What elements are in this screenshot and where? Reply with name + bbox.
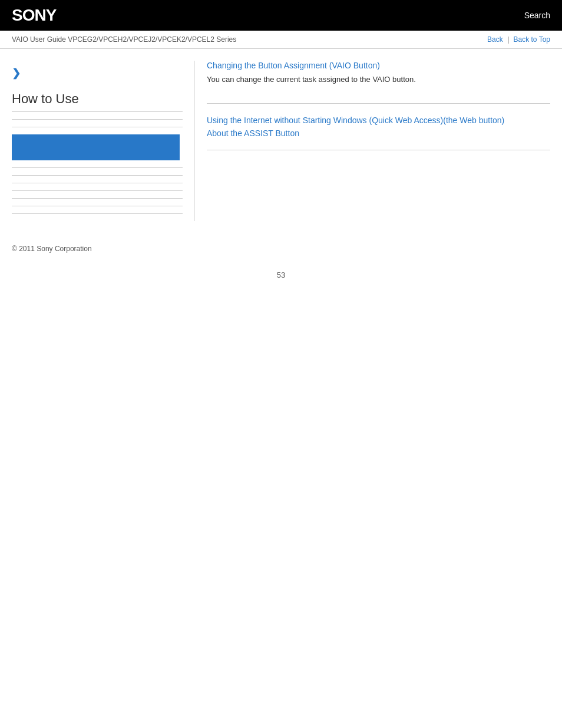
sidebar-divider-1 [12, 119, 183, 120]
copyright-text: © 2011 Sony Corporation [12, 245, 92, 253]
content-description-1: You can change the current task assigned… [207, 74, 550, 85]
search-button[interactable]: Search [524, 11, 550, 20]
sidebar-line-3 [12, 183, 183, 183]
content-link-3[interactable]: About the ASSIST Button [207, 129, 550, 138]
content-section-2: Using the Internet without Starting Wind… [207, 116, 550, 138]
content-divider-2 [207, 150, 550, 150]
chevron-area: ❯ [12, 67, 183, 80]
separator: | [507, 35, 511, 44]
sidebar-line-2 [12, 175, 183, 176]
sidebar-line-1 [12, 167, 183, 168]
sidebar-line-6 [12, 206, 183, 206]
nav-links: Back | Back to Top [487, 35, 550, 44]
page-number-value: 53 [277, 271, 285, 279]
back-to-top-link[interactable]: Back to Top [514, 35, 550, 44]
breadcrumb-bar: VAIO User Guide VPCEG2/VPCEH2/VPCEJ2/VPC… [0, 31, 562, 49]
header: SONY Search [0, 0, 562, 31]
chevron-right-icon[interactable]: ❯ [12, 67, 21, 79]
sidebar-line-7 [12, 213, 183, 214]
content-divider-1 [207, 103, 550, 104]
content-area: Changing the Button Assignment (VAIO But… [194, 61, 550, 221]
breadcrumb-text: VAIO User Guide VPCEG2/VPCEH2/VPCEJ2/VPC… [12, 35, 236, 44]
page-number: 53 [0, 259, 562, 291]
content-link-2[interactable]: Using the Internet without Starting Wind… [207, 116, 550, 125]
content-link-1[interactable]: Changing the Button Assignment (VAIO But… [207, 61, 550, 70]
sidebar-line-4 [12, 190, 183, 191]
content-section-1: Changing the Button Assignment (VAIO But… [207, 61, 550, 85]
main-container: ❯ How to Use Changing the Button Assignm… [0, 49, 562, 233]
sidebar-line-5 [12, 198, 183, 199]
sony-logo: SONY [12, 6, 56, 25]
sidebar-section-title: How to Use [12, 91, 183, 112]
footer-copyright: © 2011 Sony Corporation [0, 233, 562, 259]
sidebar-active-item[interactable] [12, 134, 180, 160]
sidebar: ❯ How to Use [12, 61, 194, 221]
sidebar-divider-2 [12, 127, 183, 127]
back-link[interactable]: Back [487, 35, 503, 44]
